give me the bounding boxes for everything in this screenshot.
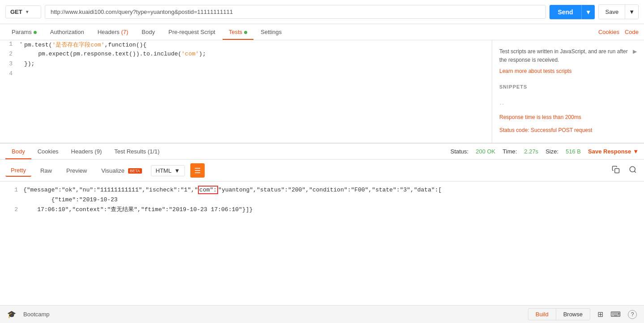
response-section: Body Cookies Headers (9) Test Results (1… — [0, 143, 644, 240]
wrap-icon: ☰ — [194, 166, 201, 175]
editor-help-panel: ▶ Test scripts are written in JavaScript… — [492, 40, 644, 143]
snippet-response-time[interactable]: Response time is less than 200ms — [499, 113, 637, 122]
save-label: Save — [599, 5, 625, 19]
view-preview[interactable]: Preview — [61, 165, 92, 176]
resp-before-highlight: {"message":"ok","nu":"11111111111","isch… — [23, 187, 198, 193]
build-tab[interactable]: Build — [528, 309, 556, 320]
resp-line-2: 2 17:06:10","context":"查无结果","ftime":"20… — [5, 205, 639, 215]
method-chevron: ▼ — [25, 9, 30, 14]
tab-headers[interactable]: Headers (7) — [91, 24, 135, 40]
response-toolbar: Pretty Raw Preview Visualize BETA HTML ▼… — [0, 160, 644, 182]
help-chevron[interactable]: ▶ — [633, 47, 637, 56]
time-label: Time: — [502, 148, 517, 155]
line-content-4 — [24, 70, 492, 70]
request-tabs: Params Authorization Headers (7) Body Pr… — [0, 24, 644, 40]
cookies-link[interactable]: Cookies — [598, 29, 619, 35]
view-pretty[interactable]: Pretty — [5, 165, 31, 177]
grid-icon[interactable]: ⊞ — [597, 310, 603, 319]
highlight-com: com": — [198, 186, 218, 194]
beta-badge: BETA — [128, 168, 142, 174]
response-content: 1 {"message":"ok","nu":"11111111111","is… — [0, 182, 644, 240]
save-response-button[interactable]: Save Response ▼ — [588, 148, 639, 155]
params-dot — [34, 31, 37, 34]
time-value: 2.27s — [524, 148, 538, 155]
line-content-3: }); — [24, 60, 492, 67]
status-label: Status: — [451, 148, 468, 155]
code-line-1: 1 ▾ pm.test('是否存在字段com',function(){ — [0, 40, 492, 50]
tab-tests[interactable]: Tests — [223, 24, 253, 40]
help-icon[interactable]: ? — [628, 310, 637, 319]
status-value: 200 OK — [476, 148, 495, 155]
code-editor[interactable]: 1 ▾ pm.test('是否存在字段com',function(){ 2 pm… — [0, 40, 492, 143]
send-dropdown-chevron[interactable]: ▼ — [581, 5, 595, 19]
url-input[interactable] — [45, 5, 546, 19]
search-button[interactable] — [627, 164, 639, 177]
resp-after-highlight: "yuantong","status":"200","condition":"F… — [218, 187, 442, 193]
keyboard-icon[interactable]: ⌨ — [610, 310, 621, 319]
resp-line-1: 1 {"message":"ok","nu":"11111111111","is… — [5, 185, 639, 195]
size-label: Size: — [545, 148, 558, 155]
resp-tab-test-results[interactable]: Test Results (1/1) — [108, 144, 166, 159]
editor-section: 1 ▾ pm.test('是否存在字段com',function(){ 2 pm… — [0, 40, 644, 143]
snippets-dots: .. — [499, 94, 637, 109]
build-browse-toggle: Build Browse — [528, 308, 590, 320]
method-select[interactable]: GET ▼ — [5, 5, 41, 18]
bottom-bar: 🎓 Bootcamp Build Browse ⊞ ⌨ ? — [0, 305, 644, 323]
tab-settings[interactable]: Settings — [254, 24, 288, 40]
resp-tab-body[interactable]: Body — [5, 144, 31, 159]
resp-line-1-cont: {"time":"2019-10-23 — [5, 195, 639, 205]
bootcamp-icon: 🎓 — [7, 310, 16, 319]
tab-params[interactable]: Params — [5, 24, 43, 40]
bootcamp-label[interactable]: Bootcamp — [23, 311, 50, 318]
code-line-2: 2 pm.expect(pm.response.text()).to.inclu… — [0, 50, 492, 60]
line-content-2: pm.expect(pm.response.text()).to.include… — [24, 50, 492, 57]
line-num-1: 1 — [0, 40, 18, 47]
save-dropdown-chevron[interactable]: ▼ — [625, 5, 638, 19]
size-value: 516 B — [566, 148, 581, 155]
wrap-button[interactable]: ☰ — [190, 163, 205, 178]
view-visualize[interactable]: Visualize BETA — [96, 165, 147, 176]
send-button[interactable]: Send ▼ — [550, 5, 595, 19]
save-button[interactable]: Save ▼ — [598, 4, 639, 19]
line-num-4: 4 — [0, 70, 18, 77]
line-num-2: 2 — [0, 50, 18, 57]
tab-authorization[interactable]: Authorization — [44, 24, 90, 40]
copy-button[interactable] — [610, 164, 622, 177]
resp-tab-headers[interactable]: Headers (9) — [65, 144, 108, 159]
svg-rect-0 — [615, 169, 619, 173]
snippet-status-code[interactable]: Status code: Successful POST request — [499, 126, 637, 135]
snippets-title: SNIPPETS — [499, 83, 637, 91]
send-label: Send — [550, 5, 581, 19]
code-line-4: 4 — [0, 70, 492, 80]
line-expand-1[interactable]: ▾ — [18, 40, 24, 46]
view-raw[interactable]: Raw — [35, 165, 57, 176]
code-link[interactable]: Code — [625, 29, 639, 35]
tests-dot — [244, 31, 247, 34]
svg-point-1 — [630, 166, 635, 172]
line-num-3: 3 — [0, 60, 18, 67]
resp-tab-cookies[interactable]: Cookies — [31, 144, 65, 159]
line-content-1: pm.test('是否存在字段com',function(){ — [24, 40, 492, 49]
tab-body[interactable]: Body — [135, 24, 161, 40]
format-select[interactable]: HTML ▼ — [151, 165, 185, 176]
top-bar: GET ▼ Send ▼ Save ▼ — [0, 0, 644, 24]
response-tabs-bar: Body Cookies Headers (9) Test Results (1… — [0, 144, 644, 160]
browse-tab[interactable]: Browse — [556, 309, 590, 320]
right-links: Cookies Code — [598, 29, 639, 35]
method-label: GET — [10, 8, 22, 15]
svg-line-2 — [634, 171, 635, 172]
help-description: Test scripts are written in JavaScript, … — [499, 47, 637, 64]
response-status-bar: Status: 200 OK Time: 2.27s Size: 516 B S… — [451, 148, 639, 155]
code-line-3: 3 }); — [0, 60, 492, 70]
learn-more-link[interactable]: Learn more about tests scripts — [499, 67, 637, 76]
tab-prerequest[interactable]: Pre-request Script — [162, 24, 222, 40]
